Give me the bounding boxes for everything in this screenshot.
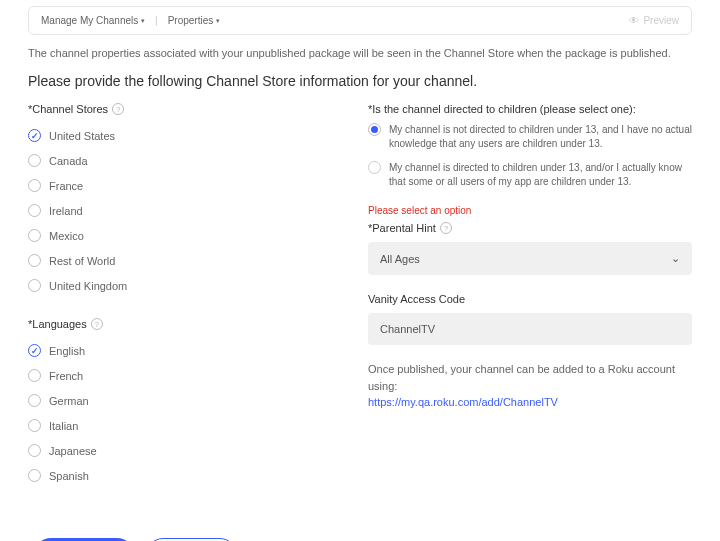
children-options: My channel is not directed to children u…	[368, 123, 692, 189]
checkbox-icon	[28, 444, 41, 457]
radio-icon	[368, 161, 381, 174]
breadcrumb: Manage My Channels ▾ | Properties ▾ 👁 Pr…	[28, 6, 692, 35]
chevron-down-icon: ▾	[141, 17, 145, 24]
intro-text: The channel properties associated with y…	[28, 47, 692, 59]
option-label: Rest of World	[49, 255, 115, 267]
children-option[interactable]: My channel is directed to children under…	[368, 161, 692, 189]
store-option[interactable]: United States	[28, 123, 328, 148]
option-label: Japanese	[49, 445, 97, 457]
languages-list: EnglishFrenchGermanItalianJapaneseSpanis…	[28, 338, 328, 488]
checkbox-icon	[28, 154, 41, 167]
chevron-down-icon: ⌄	[671, 252, 680, 265]
option-label: English	[49, 345, 85, 357]
checkbox-icon	[28, 469, 41, 482]
checkbox-icon	[28, 394, 41, 407]
help-icon[interactable]: ?	[112, 103, 124, 115]
children-option[interactable]: My channel is not directed to children u…	[368, 123, 692, 151]
language-option[interactable]: French	[28, 363, 328, 388]
radio-icon	[368, 123, 381, 136]
checkbox-icon	[28, 419, 41, 432]
store-option[interactable]: Canada	[28, 148, 328, 173]
vanity-code-input[interactable]	[368, 313, 692, 345]
option-label: France	[49, 180, 83, 192]
publish-url-link[interactable]: https://my.qa.roku.com/add/ChannelTV	[368, 396, 558, 408]
help-icon[interactable]: ?	[91, 318, 103, 330]
language-option[interactable]: English	[28, 338, 328, 363]
language-option[interactable]: German	[28, 388, 328, 413]
option-label: Canada	[49, 155, 88, 167]
parental-hint-select[interactable]: All Ages ⌄	[368, 242, 692, 275]
option-label: Ireland	[49, 205, 83, 217]
option-label: French	[49, 370, 83, 382]
publish-help-text: Once published, your channel can be adde…	[368, 361, 692, 411]
store-option[interactable]: Mexico	[28, 223, 328, 248]
eye-icon: 👁	[629, 15, 639, 26]
store-option[interactable]: Ireland	[28, 198, 328, 223]
checkbox-icon	[28, 369, 41, 382]
option-label: Mexico	[49, 230, 84, 242]
store-option[interactable]: Rest of World	[28, 248, 328, 273]
breadcrumb-properties[interactable]: Properties ▾	[168, 15, 220, 26]
parental-hint-label: *Parental Hint ?	[368, 222, 692, 234]
option-description: My channel is directed to children under…	[389, 161, 692, 189]
language-option[interactable]: Italian	[28, 413, 328, 438]
checkbox-icon	[28, 179, 41, 192]
option-label: United Kingdom	[49, 280, 127, 292]
help-icon[interactable]: ?	[440, 222, 452, 234]
language-option[interactable]: Japanese	[28, 438, 328, 463]
checkbox-icon	[28, 129, 41, 142]
checkbox-icon	[28, 279, 41, 292]
checkbox-icon	[28, 204, 41, 217]
language-option[interactable]: Spanish	[28, 463, 328, 488]
store-option[interactable]: United Kingdom	[28, 273, 328, 298]
breadcrumb-divider: |	[155, 15, 158, 26]
checkbox-icon	[28, 229, 41, 242]
channel-stores-label: *Channel Stores ?	[28, 103, 328, 115]
option-label: German	[49, 395, 89, 407]
error-message: Please select an option	[368, 205, 692, 216]
option-label: Spanish	[49, 470, 89, 482]
checkbox-icon	[28, 254, 41, 267]
page-heading: Please provide the following Channel Sto…	[28, 73, 692, 89]
children-question-label: *Is the channel directed to children (pl…	[368, 103, 692, 115]
chevron-down-icon: ▾	[216, 17, 220, 24]
checkbox-icon	[28, 344, 41, 357]
option-label: United States	[49, 130, 115, 142]
store-option[interactable]: France	[28, 173, 328, 198]
channel-stores-list: United StatesCanadaFranceIrelandMexicoRe…	[28, 123, 328, 298]
vanity-code-label: Vanity Access Code	[368, 293, 692, 305]
preview-link[interactable]: 👁 Preview	[629, 15, 679, 26]
option-label: Italian	[49, 420, 78, 432]
option-description: My channel is not directed to children u…	[389, 123, 692, 151]
breadcrumb-manage[interactable]: Manage My Channels ▾	[41, 15, 145, 26]
languages-label: *Languages ?	[28, 318, 328, 330]
